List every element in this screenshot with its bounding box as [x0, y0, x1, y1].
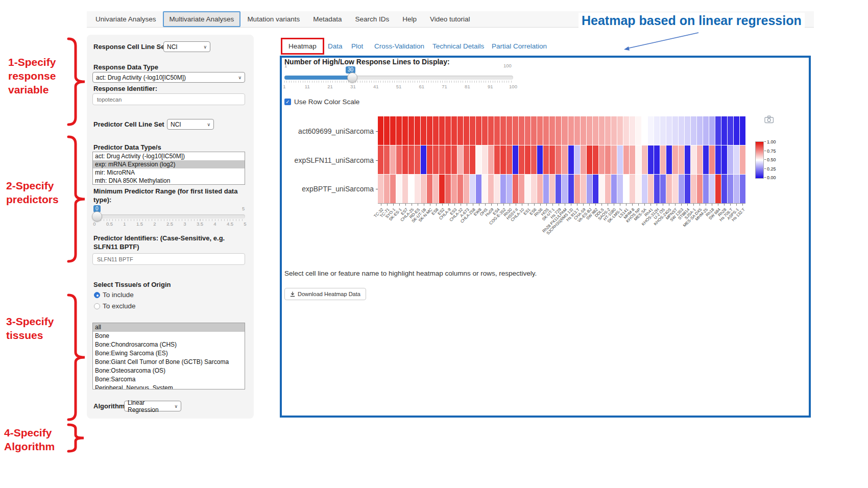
list-item[interactable]: Bone:Ewing Sarcoma (ES) [93, 349, 245, 358]
list-item[interactable]: mir: MicroRNA [93, 168, 245, 177]
heatmap-cell[interactable] [654, 175, 660, 203]
heatmap-cell[interactable] [617, 116, 623, 145]
heatmap-cell[interactable] [390, 175, 396, 203]
heatmap-cell[interactable] [445, 116, 451, 145]
heatmap-cell[interactable] [611, 116, 617, 145]
heatmap-cell[interactable] [513, 175, 518, 203]
heatmap-cell[interactable] [728, 116, 733, 145]
list-item[interactable]: Bone [93, 332, 245, 340]
heatmap-cell[interactable] [543, 116, 549, 145]
list-item[interactable]: Bone:Osteosarcoma (OS) [93, 367, 245, 375]
heatmap-cell[interactable] [574, 145, 580, 174]
heatmap-cell[interactable] [476, 116, 481, 145]
nav-item-video-tutorial[interactable]: Video tutorial [423, 15, 477, 23]
tab-heatmap[interactable]: Heatmap [281, 38, 324, 55]
tissue-include-radio[interactable] [94, 292, 100, 298]
heatmap-cell[interactable] [531, 175, 537, 203]
heatmap-cell[interactable] [703, 145, 709, 174]
heatmap-cell[interactable] [408, 175, 414, 203]
heatmap-cell[interactable] [734, 145, 739, 174]
heatmap-cell[interactable] [543, 175, 549, 203]
heatmap-cell[interactable] [642, 145, 647, 174]
list-item[interactable]: Peripheral_Nervous_System [93, 384, 245, 389]
heatmap-cell[interactable] [605, 175, 611, 203]
heatmap-cell[interactable] [464, 145, 469, 174]
heatmap-cell[interactable] [709, 175, 715, 203]
heatmap-cell[interactable] [562, 175, 567, 203]
heatmap-cell[interactable] [488, 116, 494, 145]
heatmap-cell[interactable] [549, 175, 555, 203]
heatmap-cell[interactable] [611, 145, 617, 174]
heatmap-cell[interactable] [568, 116, 574, 145]
heatmap-cell[interactable] [672, 175, 678, 203]
heatmap-cell[interactable] [685, 175, 690, 203]
heatmap-cell[interactable] [642, 116, 647, 145]
heatmap-cell[interactable] [445, 145, 451, 174]
heatmap-cell[interactable] [734, 175, 739, 203]
heatmap-cell[interactable] [482, 175, 488, 203]
tab-cross-validation[interactable]: Cross-Validation [374, 42, 424, 50]
heatmap-cell[interactable] [593, 145, 598, 174]
heatmap-cell[interactable] [470, 145, 475, 174]
heatmap-cell[interactable] [556, 116, 561, 145]
nav-item-mutation-variants[interactable]: Mutation variants [240, 15, 306, 23]
heatmap-cell[interactable] [642, 175, 647, 203]
heatmap-cell[interactable] [636, 116, 641, 145]
tissue-listbox[interactable]: allBoneBone:Chondrosarcoma (CHS)Bone:Ewi… [92, 323, 245, 389]
predictor-identifiers-input[interactable]: SLFN11 BPTF [92, 253, 245, 265]
nav-item-search-ids[interactable]: Search IDs [348, 15, 396, 23]
heatmap-cell[interactable] [574, 116, 580, 145]
heatmap-cell[interactable] [617, 145, 623, 174]
heatmap-cell[interactable] [519, 116, 524, 145]
heatmap-cell[interactable] [537, 145, 543, 174]
min-predictor-range-slider-handle[interactable] [92, 211, 102, 222]
heatmap-cell[interactable] [587, 175, 592, 203]
heatmap-cell[interactable] [445, 175, 451, 203]
heatmap-cell[interactable] [721, 116, 727, 145]
nav-item-help[interactable]: Help [396, 15, 423, 23]
heatmap-cell[interactable] [691, 175, 696, 203]
heatmap-cell[interactable] [482, 116, 488, 145]
heatmap-cell[interactable] [587, 145, 592, 174]
heatmap-cell[interactable] [660, 175, 666, 203]
heatmap-cell[interactable] [396, 116, 402, 145]
heatmap-cell[interactable] [691, 145, 696, 174]
heatmap-cell[interactable] [740, 145, 745, 174]
heatmap-cell[interactable] [513, 116, 518, 145]
heatmap-cell[interactable] [636, 175, 641, 203]
heatmap-cell[interactable] [666, 175, 672, 203]
heatmap-cell[interactable] [384, 175, 390, 203]
heatmap-cell[interactable] [568, 145, 574, 174]
heatmap-cell[interactable] [593, 175, 598, 203]
heatmap-cell[interactable] [488, 145, 494, 174]
heatmap-cell[interactable] [427, 116, 432, 145]
heatmap-cell[interactable] [488, 175, 494, 203]
heatmap-cell[interactable] [427, 145, 432, 174]
heatmap-cell[interactable] [415, 145, 420, 174]
heatmap-cell[interactable] [421, 116, 426, 145]
heatmap-cell[interactable] [703, 116, 709, 145]
heatmap-cell[interactable] [494, 116, 500, 145]
heatmap-cell[interactable] [519, 145, 524, 174]
heatmap-cell[interactable] [433, 116, 439, 145]
heatmap-cell[interactable] [402, 116, 408, 145]
heatmap-cell[interactable] [415, 175, 420, 203]
predictor-data-types-listbox[interactable]: act: Drug Activity (-log10[IC50M])exp: m… [92, 152, 245, 185]
algorithm-select[interactable]: Linear Regression∨ [124, 401, 181, 411]
heatmap-cell[interactable] [494, 175, 500, 203]
tab-data[interactable]: Data [328, 42, 343, 50]
heatmap-cell[interactable] [433, 175, 439, 203]
heatmap-row-label[interactable]: expBPTF_uniSarcoma [266, 185, 374, 193]
heatmap-cell[interactable] [457, 116, 463, 145]
heatmap-cell[interactable] [476, 145, 481, 174]
heatmap-cell[interactable] [378, 145, 383, 174]
heatmap-cell[interactable] [402, 175, 408, 203]
heatmap-cell[interactable] [715, 116, 721, 145]
heatmap-cell[interactable] [384, 116, 390, 145]
heatmap-cell[interactable] [581, 116, 586, 145]
heatmap-cell[interactable] [384, 145, 390, 174]
heatmap-cell[interactable] [390, 145, 396, 174]
heatmap-cell[interactable] [593, 116, 598, 145]
heatmap-cell[interactable] [623, 175, 629, 203]
heatmap-cell[interactable] [611, 175, 617, 203]
